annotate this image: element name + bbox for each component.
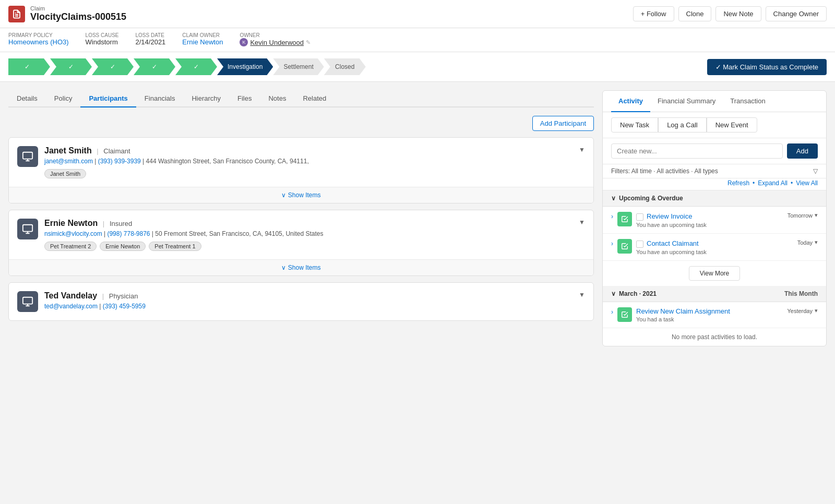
mark-complete-button[interactable]: ✓ Mark Claim Status as Complete bbox=[707, 59, 827, 75]
add-participant-button[interactable]: Add Participant bbox=[532, 116, 594, 131]
right-tab-transaction[interactable]: Transaction bbox=[723, 91, 772, 112]
checkbox-contact-claimant[interactable] bbox=[636, 241, 643, 248]
primary-policy-value[interactable]: Homeowners (HO3) bbox=[8, 38, 69, 46]
loss-date-meta: Loss Date 2/14/2021 bbox=[136, 32, 166, 46]
checkbox-review-invoice[interactable] bbox=[636, 213, 643, 221]
tag-janet-smith: Janet Smith bbox=[44, 169, 86, 178]
participant-contact-ernie: nsimick@vlocity.com | (998) 778-9876 | 5… bbox=[44, 230, 323, 237]
expand-review-claim[interactable]: › bbox=[611, 308, 613, 316]
view-more-button[interactable]: View More bbox=[689, 266, 740, 281]
participant-name-ernie: Ernie Newton bbox=[44, 219, 98, 227]
step-pill-3[interactable]: ✓ bbox=[92, 58, 134, 75]
participant-role-ernie: Insured bbox=[110, 220, 132, 227]
step-2[interactable]: ✓ bbox=[50, 58, 92, 75]
right-tab-financial-summary[interactable]: Financial Summary bbox=[650, 91, 723, 112]
participant-contact-ted: ted@vandelay.com | (393) 459-5959 bbox=[44, 303, 146, 310]
dropdown-icon-2[interactable]: ▾ bbox=[815, 239, 818, 246]
dropdown-icon-3[interactable]: ▾ bbox=[815, 307, 818, 314]
tab-financials[interactable]: Financials bbox=[136, 90, 184, 107]
new-task-button[interactable]: New Task bbox=[611, 117, 658, 133]
participant-details-janet: Janet Smith | Claimant janet@smith.com |… bbox=[44, 146, 309, 178]
review-invoice-title[interactable]: Review Invoice bbox=[647, 212, 692, 220]
tab-policy[interactable]: Policy bbox=[46, 90, 81, 107]
participant-email-ernie[interactable]: nsimick@vlocity.com bbox=[44, 230, 102, 237]
right-tab-activity[interactable]: Activity bbox=[611, 91, 650, 112]
step-4[interactable]: ✓ bbox=[134, 58, 175, 75]
follow-button[interactable]: + Follow bbox=[633, 6, 674, 21]
participant-phone-ernie[interactable]: (998) 778-9876 bbox=[107, 230, 150, 237]
step-settlement[interactable]: Settlement bbox=[273, 58, 324, 75]
step-5[interactable]: ✓ bbox=[175, 58, 217, 75]
review-claim-title[interactable]: Review New Claim Assignment bbox=[636, 307, 730, 315]
review-claim-date: Yesterday ▾ bbox=[787, 307, 818, 314]
tab-hierarchy[interactable]: Hierarchy bbox=[183, 90, 229, 107]
expand-contact-claimant[interactable]: › bbox=[611, 240, 613, 247]
tab-details[interactable]: Details bbox=[8, 90, 46, 107]
tab-files[interactable]: Files bbox=[229, 90, 260, 107]
owner-edit-icon[interactable]: ✎ bbox=[306, 39, 311, 46]
show-items-janet[interactable]: ∨ Show Items bbox=[9, 187, 593, 203]
activity-item-review-invoice: › Review Invoice bbox=[603, 207, 826, 234]
svg-rect-8 bbox=[23, 297, 32, 304]
tab-participants[interactable]: Participants bbox=[80, 90, 136, 107]
participant-details-ted: Ted Vandelay | Physician ted@vandelay.co… bbox=[44, 291, 146, 310]
sep-1: • bbox=[753, 179, 755, 187]
upcoming-collapse-icon[interactable]: ∨ bbox=[611, 195, 616, 202]
right-card: Activity Financial Summary Transaction N… bbox=[602, 90, 827, 346]
contact-sep-2: | 444 Washington Street, San Francisco C… bbox=[142, 158, 309, 165]
show-items-ernie[interactable]: ∨ Show Items bbox=[9, 259, 593, 275]
participant-header-ernie: Ernie Newton | Insured nsimick@vlocity.c… bbox=[9, 210, 593, 259]
step-3[interactable]: ✓ bbox=[92, 58, 134, 75]
create-row: Add bbox=[603, 138, 826, 164]
step-pill-closed[interactable]: Closed bbox=[324, 58, 366, 75]
tab-notes[interactable]: Notes bbox=[260, 90, 294, 107]
new-event-button[interactable]: New Event bbox=[707, 117, 757, 133]
svg-rect-5 bbox=[23, 225, 32, 232]
claim-title: VlocityClaims-000515 bbox=[30, 11, 126, 22]
step-pill-5[interactable]: ✓ bbox=[175, 58, 217, 75]
participant-dropdown-ted[interactable]: ▼ bbox=[579, 291, 585, 298]
contact-claimant-date: Today ▾ bbox=[797, 239, 818, 246]
step-1[interactable]: ✓ bbox=[8, 58, 50, 75]
log-call-button[interactable]: Log a Call bbox=[658, 117, 707, 133]
header-left: Claim VlocityClaims-000515 bbox=[8, 5, 126, 22]
owner-value[interactable]: Kevin Underwood bbox=[250, 39, 304, 46]
step-pill-1[interactable]: ✓ bbox=[8, 58, 50, 75]
filters-text: Filters: All time · All activities · All… bbox=[611, 167, 718, 175]
tab-related[interactable]: Related bbox=[294, 90, 335, 107]
contact-claimant-title[interactable]: Contact Claimant bbox=[647, 239, 699, 247]
view-more-row: View More bbox=[603, 261, 826, 286]
participant-dropdown-ernie[interactable]: ▼ bbox=[579, 219, 585, 226]
clone-button[interactable]: Clone bbox=[678, 6, 712, 21]
step-investigation[interactable]: Investigation bbox=[217, 58, 273, 75]
participant-phone-janet[interactable]: (393) 939-3939 bbox=[98, 158, 141, 165]
upcoming-section-header: ∨ Upcoming & Overdue bbox=[603, 190, 826, 207]
step-pill-2[interactable]: ✓ bbox=[50, 58, 92, 75]
participant-email-ted[interactable]: ted@vandelay.com bbox=[44, 303, 98, 310]
step-pill-settlement[interactable]: Settlement bbox=[273, 58, 324, 75]
claim-owner-label: Claim Owner bbox=[182, 32, 223, 38]
march-collapse-icon[interactable]: ∨ bbox=[611, 290, 616, 297]
participant-phone-ted[interactable]: (393) 459-5959 bbox=[103, 303, 146, 310]
participant-dropdown-janet[interactable]: ▼ bbox=[579, 146, 585, 153]
filter-icon[interactable]: ▽ bbox=[813, 167, 818, 175]
step-closed[interactable]: Closed bbox=[324, 58, 366, 75]
participant-info-ernie: Ernie Newton | Insured nsimick@vlocity.c… bbox=[17, 219, 323, 251]
expand-review-invoice[interactable]: › bbox=[611, 213, 613, 220]
progress-steps: ✓ ✓ ✓ ✓ ✓ Investigation Settlement Close… bbox=[8, 58, 699, 75]
dropdown-icon-1[interactable]: ▾ bbox=[815, 212, 818, 219]
add-button[interactable]: Add bbox=[787, 143, 818, 159]
owner-avatar-icon: K bbox=[240, 38, 248, 46]
create-new-input[interactable] bbox=[611, 143, 783, 159]
step-pill-4[interactable]: ✓ bbox=[134, 58, 175, 75]
step-pill-investigation[interactable]: Investigation bbox=[217, 58, 273, 75]
change-owner-button[interactable]: Change Owner bbox=[766, 6, 827, 21]
new-note-button[interactable]: New Note bbox=[715, 6, 761, 21]
refresh-link[interactable]: Refresh bbox=[727, 179, 749, 187]
claim-owner-value[interactable]: Ernie Newton bbox=[182, 38, 223, 46]
view-all-link[interactable]: View All bbox=[796, 179, 818, 187]
expand-all-link[interactable]: Expand All bbox=[758, 179, 788, 187]
app-header: Claim VlocityClaims-000515 + Follow Clon… bbox=[0, 0, 835, 28]
primary-policy-label: Primary Policy bbox=[8, 32, 69, 38]
participant-email-janet[interactable]: janet@smith.com bbox=[44, 158, 93, 165]
